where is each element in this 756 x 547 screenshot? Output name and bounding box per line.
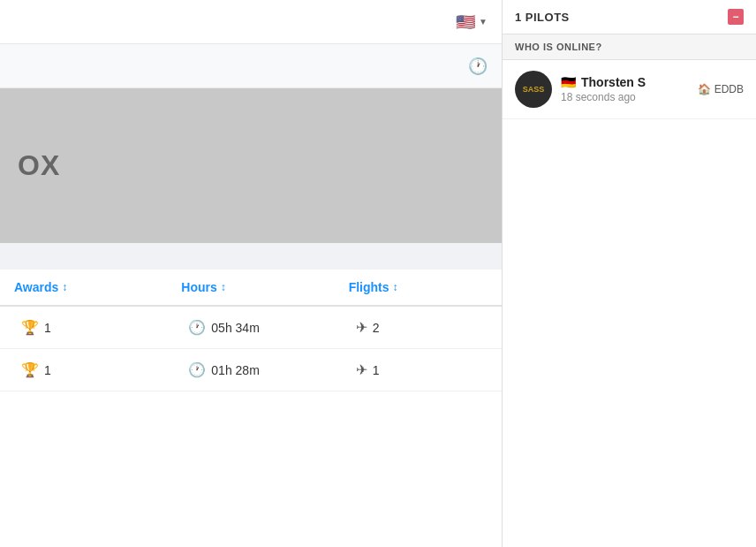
column-awards-label: Awards (14, 280, 58, 294)
flight-icon-1: ✈ (356, 319, 367, 336)
banner-area: OX (0, 88, 502, 243)
flights-sort-icon: ↕ (393, 281, 398, 293)
location-code: EDDB (714, 83, 744, 95)
panel-header: 1 PILOTS − (503, 0, 756, 34)
trophy-icon-2: 🏆 (21, 361, 39, 378)
clock-cell-icon-1: 🕐 (188, 319, 206, 336)
hours-sort-icon: ↕ (221, 281, 226, 293)
home-icon: 🏠 (698, 83, 711, 95)
banner-text: OX (18, 149, 60, 182)
clock-cell-icon-2: 🕐 (188, 361, 206, 378)
panel-title: 1 PILOTS (515, 11, 570, 24)
awards-cell-1: 🏆 1 (0, 319, 167, 336)
hours-cell-2: 🕐 01h 28m (167, 361, 334, 378)
table-row: 🏆 1 🕐 01h 28m ✈ 1 (0, 349, 502, 391)
pilot-list-item[interactable]: SASS 🇩🇪 Thorsten S 18 seconds ago 🏠 EDDB (503, 60, 756, 119)
awards-value-1: 1 (44, 321, 51, 335)
awards-sort-icon: ↕ (62, 281, 67, 293)
flights-value-1: 2 (373, 321, 380, 335)
awards-cell-2: 🏆 1 (0, 361, 167, 378)
pilot-flag-icon: 🇩🇪 (561, 75, 576, 89)
column-flights-label: Flights (349, 280, 389, 294)
trophy-icon-1: 🏆 (21, 319, 39, 336)
hours-value-2: 01h 28m (211, 363, 259, 377)
hours-cell-1: 🕐 05h 34m (167, 319, 334, 336)
clock-icon[interactable]: 🕐 (468, 57, 488, 76)
column-hours-label: Hours (181, 280, 216, 294)
flights-value-2: 1 (373, 363, 380, 377)
language-selector[interactable]: 🇺🇸 ▼ (456, 12, 488, 32)
pilot-name: Thorsten S (581, 75, 646, 89)
online-section-header: WHO IS ONLINE? (503, 34, 756, 60)
column-hours[interactable]: Hours ↕ (167, 280, 334, 294)
dropdown-arrow-icon: ▼ (479, 17, 488, 27)
pilot-name-row: 🇩🇪 Thorsten S (561, 75, 689, 89)
pilot-info: 🇩🇪 Thorsten S 18 seconds ago (561, 75, 689, 103)
column-awards[interactable]: Awards ↕ (0, 280, 167, 294)
minimize-button[interactable]: − (728, 9, 744, 25)
data-table: Awards ↕ Hours ↕ Flights ↕ 🏆 1 🕐 05h 34m (0, 270, 502, 547)
flights-cell-2: ✈ 1 (335, 361, 502, 378)
flight-icon-2: ✈ (356, 361, 367, 378)
awards-value-2: 1 (44, 363, 51, 377)
hours-value-1: 05h 34m (211, 321, 259, 335)
flag-icon: 🇺🇸 (456, 12, 475, 32)
flights-cell-1: ✈ 2 (335, 319, 502, 336)
avatar: SASS (515, 71, 552, 108)
avatar-text: SASS (523, 85, 545, 95)
pilot-time-ago: 18 seconds ago (561, 91, 689, 103)
sub-bar: 🕐 (0, 44, 502, 88)
right-panel: 1 PILOTS − WHO IS ONLINE? SASS 🇩🇪 Thorst… (502, 0, 756, 547)
spacer (0, 243, 502, 270)
column-flights[interactable]: Flights ↕ (335, 280, 502, 294)
left-panel: 🇺🇸 ▼ 🕐 OX Awards ↕ Hours ↕ Flights ↕ (0, 0, 502, 547)
pilot-location: 🏠 EDDB (698, 83, 744, 95)
top-bar: 🇺🇸 ▼ (0, 0, 502, 44)
table-row: 🏆 1 🕐 05h 34m ✈ 2 (0, 307, 502, 349)
table-header: Awards ↕ Hours ↕ Flights ↕ (0, 270, 502, 307)
